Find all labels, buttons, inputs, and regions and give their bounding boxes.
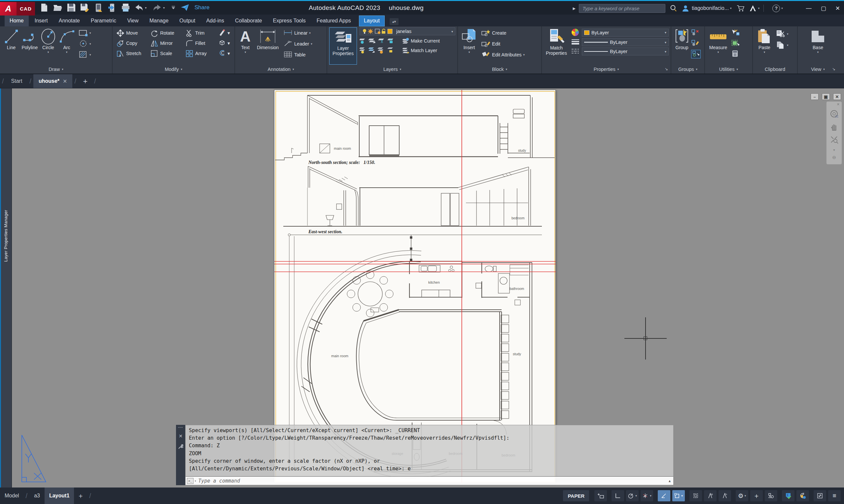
print-icon[interactable]	[121, 3, 130, 13]
viewport-close-icon[interactable]: ✕	[833, 93, 841, 100]
arc-button[interactable]: Arc ▾	[57, 28, 76, 65]
isometric-drafting-icon[interactable]: ▾	[641, 490, 653, 501]
create-block-label[interactable]: Create	[492, 30, 506, 36]
panel-label-layers[interactable]: Layers▾	[327, 65, 457, 74]
plot-icon[interactable]	[94, 3, 103, 13]
redo-icon[interactable]	[153, 3, 162, 13]
new-drawing-tab-button[interactable]: ＋	[82, 76, 89, 86]
base-dropdown-icon[interactable]: ▾	[817, 51, 819, 54]
clean-screen-icon[interactable]	[814, 490, 826, 501]
dynamic-input-icon[interactable]	[719, 490, 731, 501]
search-expand-icon[interactable]: ▸	[572, 5, 575, 12]
pan-hand-icon[interactable]	[830, 122, 838, 132]
object-snap-icon[interactable]: ▾	[672, 490, 685, 501]
tab-collaborate[interactable]: Collaborate	[230, 16, 267, 26]
help-dropdown-icon[interactable]: ▾	[781, 6, 783, 10]
panel-label-modify[interactable]: Modify▾	[113, 65, 235, 74]
match-properties-button[interactable]: Match Properties	[544, 28, 569, 65]
command-close-icon[interactable]: ✕	[179, 433, 183, 439]
autodesk-dropdown-icon[interactable]: ▾	[758, 6, 760, 10]
new-layout-button[interactable]: ＋	[77, 491, 84, 500]
transmit-icon[interactable]	[107, 3, 117, 13]
tab-express-tools[interactable]: Express Tools	[268, 16, 310, 26]
panel-label-utilities[interactable]: Utilities▾	[705, 65, 752, 74]
drawing-canvas[interactable]: main room study North-south section; sca…	[12, 88, 844, 487]
table-label[interactable]: Table	[294, 52, 306, 57]
offset-dropdown-icon[interactable]: ▾	[227, 51, 230, 56]
close-button[interactable]: ✕	[836, 5, 840, 12]
linear-dropdown-icon[interactable]: ▾	[309, 31, 311, 35]
tab-layout[interactable]: Layout	[359, 16, 385, 26]
command-settings-icon[interactable]	[178, 444, 183, 451]
lineweight-dropdown[interactable]: ByLayer▾	[582, 38, 669, 46]
scale-button[interactable]: Scale	[150, 50, 185, 57]
share-icon[interactable]	[180, 3, 190, 13]
qat-customize-icon[interactable]	[171, 3, 176, 13]
navbar-bottom-icon[interactable]: ⊖	[832, 155, 836, 160]
autocad-logo[interactable]: A CAD	[0, 2, 35, 16]
edit-block-label[interactable]: Edit	[492, 41, 500, 47]
explode-icon[interactable]	[219, 39, 225, 47]
text-dropdown-icon[interactable]: ▾	[245, 51, 246, 54]
maximize-button[interactable]: ▢	[821, 5, 826, 12]
viewport-minimize-icon[interactable]: –	[811, 93, 819, 100]
array-button[interactable]: Array	[185, 50, 218, 57]
text-button[interactable]: A Text ▾	[237, 28, 254, 65]
command-drag-handle-icon[interactable]: ▪▪▪▪	[178, 426, 183, 429]
navbar-dropdown-icon[interactable]: ▾	[833, 148, 835, 152]
undo-icon[interactable]	[134, 3, 144, 13]
copy-clip-icon[interactable]	[776, 40, 785, 50]
linear-label[interactable]: Linear	[294, 30, 307, 36]
panel-label-block[interactable]: Block▾	[458, 65, 541, 74]
ortho-mode-icon[interactable]	[612, 490, 624, 501]
workspace-switching-icon[interactable]	[765, 490, 777, 501]
color-dropdown[interactable]: ByLayer▾	[582, 29, 669, 37]
file-tab-close-icon[interactable]: ✕	[63, 78, 67, 85]
status-menu-icon[interactable]: ≡	[828, 490, 841, 501]
crosshair-toggle-icon[interactable]: ＋	[750, 490, 763, 501]
new-file-icon[interactable]	[40, 3, 49, 13]
redo-dropdown-icon[interactable]: ▾	[163, 6, 167, 10]
measure-button[interactable]: Measure ▾	[707, 28, 729, 65]
view-launcher-icon[interactable]: ↘	[832, 67, 836, 71]
quick-select-icon[interactable]	[731, 29, 740, 37]
tab-addins[interactable]: Add-ins	[201, 16, 229, 26]
tab-home[interactable]: Home	[5, 16, 29, 26]
calculator-icon[interactable]	[731, 50, 740, 58]
cut-icon[interactable]	[776, 30, 785, 38]
edit-attributes-label[interactable]: Edit Attributes	[492, 52, 521, 57]
rectangle-dropdown-icon[interactable]: ▾	[89, 31, 91, 35]
base-button[interactable]: Base ▾	[808, 28, 828, 65]
paste-button[interactable]: Paste ▾	[755, 28, 774, 65]
tab-featured-apps[interactable]: Featured Apps	[312, 16, 356, 26]
autodesk-logo-icon[interactable]	[749, 5, 757, 12]
layout1-tab[interactable]: Layout1	[45, 487, 74, 504]
measure-dropdown-icon[interactable]: ▾	[718, 51, 719, 54]
selection-cycling-icon[interactable]	[689, 490, 702, 501]
layer-dropdown[interactable]: janelas ▾	[360, 28, 455, 35]
leader-dropdown-icon[interactable]: ▾	[311, 42, 312, 46]
dimension-button[interactable]: Dimension	[254, 28, 282, 65]
tab-parametric[interactable]: Parametric	[86, 16, 121, 26]
leader-label[interactable]: Leader	[294, 41, 309, 47]
group-selection-icon[interactable]	[691, 50, 701, 58]
a3-tab[interactable]: a3	[29, 487, 45, 504]
rectangle-icon[interactable]	[79, 29, 88, 38]
polyline-button[interactable]: Polyline	[20, 28, 39, 65]
user-avatar-icon[interactable]	[682, 5, 689, 12]
minimize-button[interactable]: —	[806, 5, 812, 12]
navbar-close-icon[interactable]: ✕	[837, 102, 840, 107]
arc-dropdown-icon[interactable]: ▾	[66, 51, 68, 54]
tab-output[interactable]: Output	[174, 16, 200, 26]
user-dropdown-icon[interactable]: ▾	[730, 6, 732, 10]
share-label[interactable]: Share	[194, 4, 209, 11]
model-tab[interactable]: Model	[0, 487, 24, 504]
layer-dropdown-icon[interactable]: ▾	[451, 30, 453, 33]
polar-tracking-icon[interactable]: ▾	[626, 490, 639, 501]
panel-label-properties[interactable]: Properties▾	[542, 65, 671, 74]
group-edit-icon[interactable]	[691, 40, 700, 48]
stretch-button[interactable]: Stretch	[116, 50, 150, 57]
mirror-button[interactable]: Mirror	[150, 39, 185, 47]
hatch-dropdown-icon[interactable]: ▾	[89, 53, 91, 56]
offset-icon[interactable]	[219, 50, 225, 57]
